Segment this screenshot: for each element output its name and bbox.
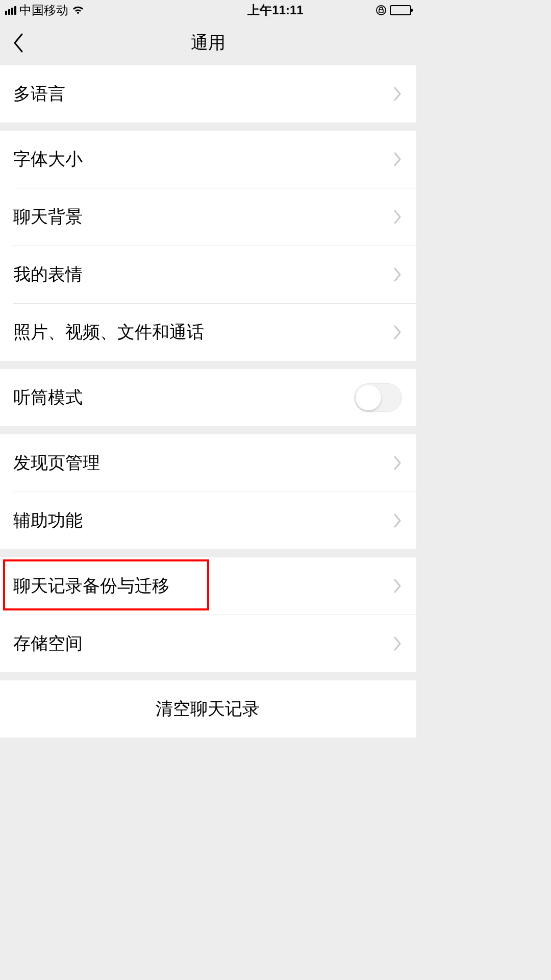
status-time: 上午11:11 (247, 2, 303, 18)
chevron-right-icon (393, 455, 402, 471)
back-button[interactable] (0, 20, 36, 65)
chevron-right-icon (393, 512, 402, 529)
row-label: 听筒模式 (13, 386, 354, 409)
row-label: 聊天背景 (13, 205, 393, 229)
chevron-right-icon (393, 151, 402, 167)
settings-row-storage[interactable]: 存储空间 (0, 615, 416, 672)
carrier-label: 中国移动 (19, 2, 68, 18)
row-label: 存储空间 (13, 632, 393, 655)
chevron-right-icon (393, 578, 402, 594)
status-right (375, 5, 411, 16)
settings-row-earpiece-mode[interactable]: 听筒模式 (0, 369, 416, 426)
row-label: 多语言 (13, 82, 393, 106)
nav-bar: 通用 (0, 20, 416, 65)
page-title: 通用 (0, 31, 416, 55)
settings-group: 听筒模式 (0, 369, 416, 426)
row-label: 我的表情 (13, 263, 393, 286)
settings-row-clear-chat-history[interactable]: 清空聊天记录 (0, 680, 416, 738)
wifi-icon (71, 5, 85, 15)
chevron-right-icon (393, 209, 402, 225)
chevron-left-icon (12, 32, 24, 54)
settings-row-language[interactable]: 多语言 (0, 65, 416, 122)
settings-group: 聊天记录备份与迁移存储空间 (0, 557, 416, 672)
settings-group: 清空聊天记录 (0, 680, 416, 738)
orientation-lock-icon (375, 5, 387, 16)
chevron-right-icon (393, 324, 402, 340)
settings-row-chat-background[interactable]: 聊天背景 (0, 188, 416, 246)
row-label: 清空聊天记录 (156, 697, 260, 721)
settings-row-media-files-calls[interactable]: 照片、视频、文件和通话 (0, 304, 416, 361)
settings-row-font-size[interactable]: 字体大小 (0, 131, 416, 188)
settings-group: 多语言 (0, 65, 416, 122)
chevron-right-icon (393, 86, 402, 102)
row-label: 发现页管理 (13, 451, 393, 475)
row-label: 字体大小 (13, 148, 393, 171)
settings-row-chat-backup-migrate[interactable]: 聊天记录备份与迁移 (0, 557, 416, 615)
toggle-knob (356, 385, 381, 410)
settings-group: 字体大小聊天背景我的表情照片、视频、文件和通话 (0, 131, 416, 361)
row-label: 聊天记录备份与迁移 (13, 574, 393, 598)
status-bar: 中国移动 上午11:11 (0, 0, 416, 20)
toggle-switch[interactable] (354, 383, 402, 412)
settings-group: 发现页管理辅助功能 (0, 434, 416, 549)
row-label: 照片、视频、文件和通话 (13, 321, 393, 344)
settings-row-my-stickers[interactable]: 我的表情 (0, 246, 416, 303)
row-label: 辅助功能 (13, 509, 393, 532)
chevron-right-icon (393, 266, 402, 283)
settings-row-discover-manage[interactable]: 发现页管理 (0, 434, 416, 492)
signal-bars-icon (5, 6, 16, 15)
settings-row-accessibility[interactable]: 辅助功能 (0, 492, 416, 549)
battery-icon (390, 5, 411, 15)
status-left: 中国移动 (5, 2, 85, 18)
chevron-right-icon (393, 635, 402, 652)
